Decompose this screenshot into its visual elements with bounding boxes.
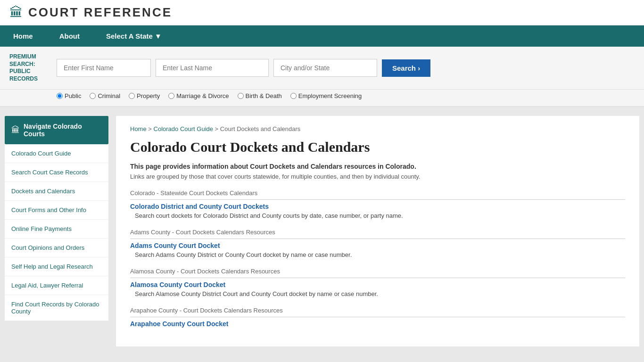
sidebar-item-court-forms[interactable]: Court Forms and Other Info bbox=[5, 201, 108, 220]
main-content: Home > Colorado Court Guide > Court Dock… bbox=[116, 116, 639, 346]
breadcrumb-home[interactable]: Home bbox=[130, 125, 147, 132]
sidebar-active-item[interactable]: 🏛 Navigate Colorado Courts bbox=[5, 116, 108, 144]
page-title: Colorado Court Dockets and Calendars bbox=[130, 139, 625, 155]
sidebar-item-fine-payments[interactable]: Online Fine Payments bbox=[5, 220, 108, 239]
nav-about[interactable]: About bbox=[46, 25, 93, 47]
resource-item-0-0: Colorado District and County Court Docke… bbox=[130, 203, 625, 219]
breadcrumb: Home > Colorado Court Guide > Court Dock… bbox=[130, 125, 625, 132]
breadcrumb-current: Court Dockets and Calendars bbox=[220, 125, 301, 132]
sidebar-item-legal-aid[interactable]: Legal Aid, Lawyer Referral bbox=[5, 276, 108, 295]
radio-criminal[interactable]: Criminal bbox=[90, 92, 120, 99]
sidebar-item-dockets[interactable]: Dockets and Calendars bbox=[5, 182, 108, 201]
section-header-2: Alamosa County - Court Dockets Calendars… bbox=[130, 268, 625, 278]
section-header-1: Adams County - Court Dockets Calendars R… bbox=[130, 229, 625, 239]
resource-desc-2-0: Search Alamose County District Court and… bbox=[135, 290, 625, 297]
premium-label: PREMIUM SEARCH: PUBLIC RECORDS bbox=[9, 53, 52, 82]
resource-link-2-0[interactable]: Alamosa County Court Docket bbox=[130, 281, 225, 288]
sidebar-item-opinions[interactable]: Court Opinions and Orders bbox=[5, 239, 108, 257]
search-button[interactable]: Search › bbox=[382, 59, 430, 77]
logo-text: COURT REFERENCE bbox=[28, 5, 172, 20]
resource-link-1-0[interactable]: Adams County Court Docket bbox=[130, 242, 220, 249]
sidebar-item-court-guide[interactable]: Colorado Court Guide bbox=[5, 144, 108, 163]
sidebar: 🏛 Navigate Colorado Courts Colorado Cour… bbox=[5, 116, 108, 346]
radio-employment-screening[interactable]: Employment Screening bbox=[290, 92, 362, 99]
courthouse-icon: 🏛 bbox=[11, 125, 20, 135]
breadcrumb-state[interactable]: Colorado Court Guide bbox=[154, 125, 213, 132]
nav-select-state[interactable]: Select A State ▼ bbox=[93, 25, 175, 47]
radio-property[interactable]: Property bbox=[129, 92, 160, 99]
resource-link-0-0[interactable]: Colorado District and County Court Docke… bbox=[130, 203, 269, 210]
sidebar-item-self-help[interactable]: Self Help and Legal Research bbox=[5, 257, 108, 276]
resource-item-3-0: Arapahoe County Court Docket bbox=[130, 320, 625, 328]
main-nav: Home About Select A State ▼ bbox=[0, 25, 644, 47]
search-bar: PREMIUM SEARCH: PUBLIC RECORDS Search › bbox=[0, 47, 644, 90]
radio-birth-death[interactable]: Birth & Death bbox=[238, 92, 282, 99]
section-header-3: Arapahoe County - Court Dockets Calendar… bbox=[130, 307, 625, 317]
resource-item-1-0: Adams County Court Docket Search Adams C… bbox=[130, 242, 625, 258]
nav-home[interactable]: Home bbox=[0, 25, 46, 47]
last-name-input[interactable] bbox=[156, 59, 269, 77]
radio-marriage-divorce[interactable]: Marriage & Divorce bbox=[168, 92, 229, 99]
intro-bold: This page provides information about Cou… bbox=[130, 163, 625, 170]
radio-row: Public Criminal Property Marriage & Divo… bbox=[0, 90, 644, 107]
resource-item-2-0: Alamosa County Court Docket Search Alamo… bbox=[130, 281, 625, 297]
radio-public[interactable]: Public bbox=[57, 92, 81, 99]
sidebar-item-find-records[interactable]: Find Court Records by Colorado County bbox=[5, 295, 108, 321]
resource-link-3-0[interactable]: Arapahoe County Court Docket bbox=[130, 320, 228, 328]
logo-icon: 🏛 bbox=[9, 5, 23, 20]
main-wrapper: 🏛 Navigate Colorado Courts Colorado Cour… bbox=[0, 107, 644, 356]
section-header-0: Colorado - Statewide Court Dockets Calen… bbox=[130, 189, 625, 200]
intro-text: Links are grouped by those that cover co… bbox=[130, 173, 625, 180]
sidebar-active-label: Navigate Colorado Courts bbox=[24, 123, 102, 138]
site-header: 🏛 COURT REFERENCE bbox=[0, 0, 644, 25]
sidebar-item-case-records[interactable]: Search Court Case Records bbox=[5, 163, 108, 182]
resource-desc-0-0: Search court dockets for Colorado Distri… bbox=[135, 212, 625, 219]
city-state-input[interactable] bbox=[273, 59, 377, 77]
first-name-input[interactable] bbox=[57, 59, 151, 77]
resource-desc-1-0: Search Adams County District or County C… bbox=[135, 251, 625, 258]
